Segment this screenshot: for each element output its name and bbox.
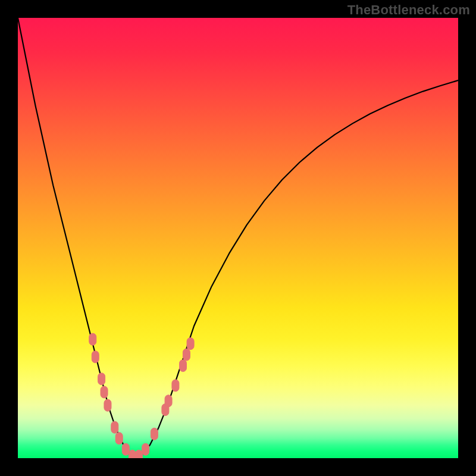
curve-marker	[98, 373, 105, 385]
curve-marker	[101, 386, 108, 398]
bottleneck-curve	[18, 18, 458, 458]
curve-marker	[183, 349, 190, 361]
curve-marker	[122, 443, 129, 455]
chart-overlay	[18, 18, 458, 458]
curve-marker	[187, 338, 194, 350]
watermark-text: TheBottleneck.com	[347, 2, 470, 18]
curve-marker	[172, 380, 179, 392]
curve-markers	[89, 333, 194, 458]
curve-marker	[104, 399, 111, 411]
curve-marker	[92, 351, 99, 363]
curve-marker	[129, 450, 136, 458]
curve-marker	[115, 433, 123, 444]
curve-marker	[165, 395, 172, 407]
curve-marker	[151, 428, 158, 440]
chart-frame: TheBottleneck.com	[0, 0, 476, 476]
plot-area	[18, 18, 458, 458]
curve-marker	[89, 333, 96, 345]
curve-marker	[180, 360, 187, 372]
curve-marker	[142, 443, 149, 455]
curve-marker	[111, 421, 118, 433]
curve-marker	[136, 450, 143, 458]
